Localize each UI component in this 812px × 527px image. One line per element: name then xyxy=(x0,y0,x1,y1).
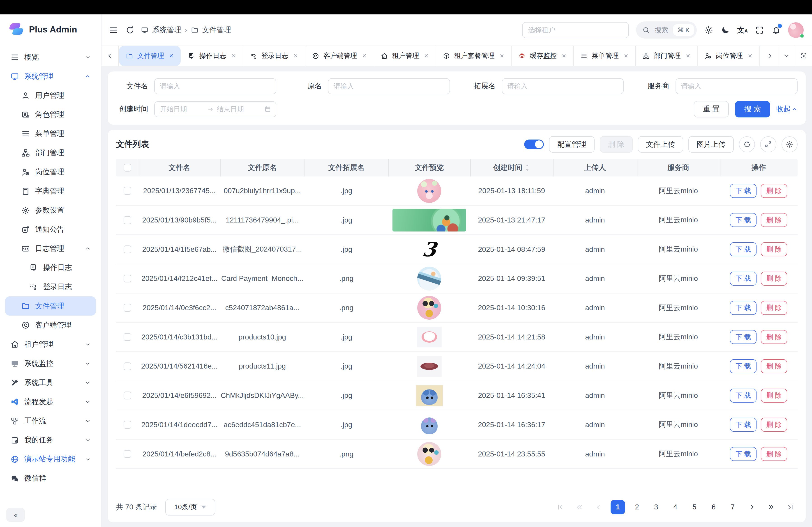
row-download-button[interactable]: 下 载 xyxy=(730,447,756,461)
sidebar-item-params[interactable]: 参数设置 xyxy=(5,201,96,220)
user-avatar[interactable] xyxy=(788,22,804,38)
search-panel-toggle[interactable] xyxy=(524,139,544,149)
sidebar-item-menu[interactable]: 菜单管理 xyxy=(5,124,96,144)
row-download-button[interactable]: 下 载 xyxy=(730,389,756,403)
tab-close-icon[interactable] xyxy=(169,53,174,58)
tab-close-icon[interactable] xyxy=(748,53,753,58)
row-download-button[interactable]: 下 载 xyxy=(730,301,756,315)
original-name-input[interactable] xyxy=(328,78,450,94)
row-checkbox[interactable] xyxy=(124,216,131,224)
reset-button[interactable]: 重 置 xyxy=(694,101,729,118)
file-preview-thumbnail[interactable] xyxy=(417,179,441,203)
tab-scroll-right-button[interactable] xyxy=(761,46,778,66)
sidebar-item-overview[interactable]: 概览 xyxy=(5,48,96,67)
row-delete-button[interactable]: 删 除 xyxy=(761,272,787,286)
search-button[interactable]: 搜 索 xyxy=(735,101,770,118)
sidebar-item-client[interactable]: 客户端管理 xyxy=(5,316,96,335)
row-delete-button[interactable]: 删 除 xyxy=(761,447,787,461)
column-header[interactable]: 文件原名 xyxy=(220,159,304,177)
file-preview-thumbnail[interactable] xyxy=(417,267,441,290)
config-manage-button[interactable]: 配置管理 xyxy=(549,136,594,153)
sidebar-item-dept[interactable]: 部门管理 xyxy=(5,144,96,163)
column-header[interactable]: 文件预览 xyxy=(388,159,470,177)
page-size-select[interactable]: 10条/页 xyxy=(165,499,215,515)
tab-客户端管理[interactable]: 客户端管理 xyxy=(305,46,374,66)
column-header[interactable]: 创建时间 xyxy=(470,159,553,177)
breadcrumb-item-file[interactable]: 文件管理 xyxy=(202,25,231,35)
sidebar-item-workflow[interactable]: 工作流 xyxy=(5,411,96,431)
column-header[interactable]: 文件拓展名 xyxy=(304,159,388,177)
sidebar-collapse-button[interactable]: « xyxy=(6,508,25,522)
sidebar-item-flow[interactable]: 流程发起 xyxy=(5,392,96,411)
tab-缓存监控[interactable]: 缓存监控 xyxy=(511,46,574,66)
row-delete-button[interactable]: 删 除 xyxy=(761,301,787,315)
row-checkbox[interactable] xyxy=(124,362,131,370)
page-number-6[interactable]: 6 xyxy=(707,500,721,514)
tab-租户套餐管理[interactable]: 租户套餐管理 xyxy=(436,46,512,66)
row-checkbox[interactable] xyxy=(124,421,131,428)
sidebar-item-system[interactable]: 系统管理 xyxy=(5,67,96,86)
sort-icon[interactable] xyxy=(524,164,530,171)
row-download-button[interactable]: 下 载 xyxy=(730,184,756,198)
row-delete-button[interactable]: 删 除 xyxy=(761,184,787,198)
tab-scroll-left-button[interactable] xyxy=(102,46,119,66)
tab-close-icon[interactable] xyxy=(231,53,236,58)
row-checkbox[interactable] xyxy=(124,392,131,399)
file-preview-thumbnail[interactable] xyxy=(392,209,466,231)
image-upload-button[interactable]: 图片上传 xyxy=(688,136,734,153)
file-preview-thumbnail[interactable] xyxy=(416,385,443,406)
breadcrumb-item-system[interactable]: 系统管理 xyxy=(152,25,182,35)
tab-部门管理[interactable]: 部门管理 xyxy=(636,46,698,66)
select-all-checkbox[interactable] xyxy=(124,164,131,171)
sidebar-item-dict[interactable]: 字典管理 xyxy=(5,182,96,201)
menu-toggle-icon[interactable] xyxy=(109,26,118,35)
sidebar-item-user[interactable]: 用户管理 xyxy=(5,86,96,105)
extension-input[interactable] xyxy=(502,78,624,94)
refresh-icon[interactable] xyxy=(126,26,134,35)
sidebar-item-role[interactable]: 角色管理 xyxy=(5,105,96,124)
tab-close-icon[interactable] xyxy=(362,53,367,58)
page-first-button[interactable] xyxy=(553,500,567,514)
tab-close-icon[interactable] xyxy=(623,53,629,58)
sidebar-item-oplog[interactable]: 操作日志 xyxy=(5,258,96,277)
tenant-select-input[interactable] xyxy=(522,22,629,38)
page-number-4[interactable]: 4 xyxy=(668,500,683,514)
page-number-5[interactable]: 5 xyxy=(687,500,702,514)
row-delete-button[interactable]: 删 除 xyxy=(761,389,787,403)
row-download-button[interactable]: 下 载 xyxy=(730,418,756,432)
page-next-more-button[interactable] xyxy=(764,500,778,514)
dark-mode-moon-icon[interactable] xyxy=(721,26,730,35)
row-checkbox[interactable] xyxy=(124,275,131,283)
column-header[interactable]: 操作 xyxy=(720,159,797,177)
settings-gear-icon[interactable] xyxy=(704,26,713,35)
column-settings-button[interactable] xyxy=(782,136,798,152)
tab-close-icon[interactable] xyxy=(424,53,429,58)
row-checkbox[interactable] xyxy=(124,333,131,341)
row-checkbox[interactable] xyxy=(124,450,131,458)
row-download-button[interactable]: 下 载 xyxy=(730,272,756,286)
file-preview-thumbnail[interactable] xyxy=(417,414,441,435)
row-delete-button[interactable]: 删 除 xyxy=(761,418,787,432)
sidebar-item-sysmon[interactable]: 系统监控 xyxy=(5,354,96,373)
row-delete-button[interactable]: 删 除 xyxy=(761,330,787,344)
row-checkbox[interactable] xyxy=(124,304,131,312)
column-header[interactable]: 上传人 xyxy=(553,159,637,177)
sidebar-item-notice[interactable]: 通知公告 xyxy=(5,220,96,239)
row-delete-button[interactable]: 删 除 xyxy=(761,359,787,373)
row-download-button[interactable]: 下 载 xyxy=(730,242,756,256)
file-preview-thumbnail[interactable] xyxy=(417,442,441,466)
tab-岗位管理[interactable]: 岗位管理 xyxy=(698,46,760,66)
provider-input[interactable] xyxy=(676,78,798,94)
row-checkbox[interactable] xyxy=(124,187,131,195)
tab-close-icon[interactable] xyxy=(499,53,505,58)
table-refresh-button[interactable] xyxy=(739,136,755,152)
pin-icon[interactable] xyxy=(87,511,95,519)
fullscreen-icon[interactable] xyxy=(755,26,764,35)
row-checkbox[interactable] xyxy=(124,245,131,253)
app-logo[interactable]: Plus Admin xyxy=(0,14,101,44)
language-translate-icon[interactable]: 文A xyxy=(737,26,748,34)
tab-close-icon[interactable] xyxy=(562,53,567,58)
tab-fullscreen-button[interactable] xyxy=(795,46,812,66)
page-number-3[interactable]: 3 xyxy=(649,500,663,514)
sidebar-item-loginlog[interactable]: 登录日志 xyxy=(5,277,96,297)
